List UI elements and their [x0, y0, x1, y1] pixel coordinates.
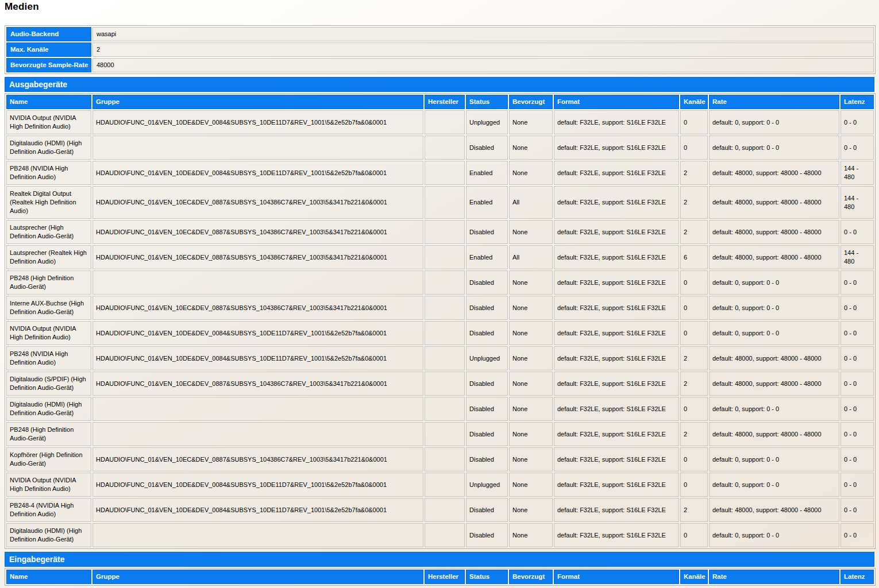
cell-rate: default: 48000, support: 48000 - 48000 [709, 422, 839, 446]
cell-gruppe [92, 270, 423, 295]
cell-kanaele: 0 [680, 397, 708, 421]
cell-hersteller [425, 245, 465, 269]
cell-latenz: 0 - 0 [841, 136, 874, 160]
cell-rate: default: 48000, support: 48000 - 48000 [709, 220, 839, 244]
cell-format: default: F32LE, support: S16LE F32LE [554, 136, 679, 160]
cell-gruppe: HDAUDIO\FUNC_01&VEN_10EC&DEV_0887&SUBSYS… [92, 447, 423, 471]
cell-kanaele: 0 [680, 110, 708, 134]
cell-format: default: F32LE, support: S16LE F32LE [554, 270, 679, 295]
media-diagnostics-page: Medien Audio-BackendwasapiMax. Kanäle2Be… [0, 0, 879, 586]
cell-kanaele: 0 [680, 447, 708, 471]
table-row: NVIDIA Output (NVIDIA High Definition Au… [6, 473, 874, 497]
cell-format: default: F32LE, support: S16LE F32LE [554, 110, 679, 134]
cell-name: Digitalaudio (HDMI) (High Definition Aud… [6, 397, 91, 421]
cell-hersteller [425, 186, 465, 219]
cell-kanaele: 2 [680, 220, 708, 244]
cell-name: PB248 (NVIDIA High Definition Audio) [6, 161, 91, 185]
cell-latenz: 0 - 0 [841, 220, 874, 244]
cell-name: PB248-4 (NVIDIA High Definition Audio) [6, 498, 91, 522]
cell-name: Digitalaudio (HDMI) (High Definition Aud… [6, 136, 91, 160]
input-table-header-row: NameGruppeHerstellerStatusBevorzugtForma… [6, 570, 874, 584]
cell-kanaele: 0 [680, 136, 708, 160]
column-header-gruppe: Gruppe [92, 570, 423, 584]
cell-bevorzugt: None [509, 110, 553, 134]
cell-latenz: 0 - 0 [841, 397, 874, 421]
cell-format: default: F32LE, support: S16LE F32LE [554, 161, 679, 185]
cell-hersteller [425, 110, 465, 134]
cell-gruppe [92, 422, 423, 446]
cell-name: NVIDIA Output (NVIDIA High Definition Au… [6, 110, 91, 134]
cell-format: default: F32LE, support: S16LE F32LE [554, 186, 679, 219]
cell-bevorzugt: None [509, 473, 553, 497]
table-row: Kopfhörer (High Definition Audio-Gerät)H… [6, 447, 874, 471]
cell-hersteller [425, 136, 465, 160]
info-label: Max. Kanäle [6, 42, 91, 57]
cell-name: Lautsprecher (Realtek High Definition Au… [6, 245, 91, 269]
cell-kanaele: 2 [680, 372, 708, 396]
cell-status: Disabled [466, 397, 508, 421]
column-header-hersteller: Hersteller [425, 95, 465, 109]
column-header-hersteller: Hersteller [425, 570, 465, 584]
cell-gruppe: HDAUDIO\FUNC_01&VEN_10DE&DEV_0084&SUBSYS… [92, 473, 423, 497]
cell-kanaele: 2 [680, 186, 708, 219]
cell-rate: default: 0, support: 0 - 0 [709, 110, 839, 134]
output-devices-section-header: Ausgabegeräte [5, 77, 874, 92]
cell-rate: default: 0, support: 0 - 0 [709, 447, 839, 471]
cell-gruppe: HDAUDIO\FUNC_01&VEN_10EC&DEV_0887&SUBSYS… [92, 296, 423, 320]
cell-name: NVIDIA Output (NVIDIA High Definition Au… [6, 321, 91, 345]
cell-hersteller [425, 397, 465, 421]
cell-kanaele: 0 [680, 473, 708, 497]
cell-name: Kopfhörer (High Definition Audio-Gerät) [6, 447, 91, 471]
table-row: PB248 (High Definition Audio-Gerät)Disab… [6, 270, 874, 295]
cell-status: Disabled [466, 296, 508, 320]
cell-kanaele: 2 [680, 498, 708, 522]
cell-name: Digitalaudio (HDMI) (High Definition Aud… [6, 523, 91, 547]
cell-latenz: 0 - 0 [841, 270, 874, 295]
cell-gruppe [92, 397, 423, 421]
cell-latenz: 0 - 0 [841, 447, 874, 471]
cell-latenz: 0 - 0 [841, 498, 874, 522]
column-header-bevorzugt: Bevorzugt [509, 95, 553, 109]
cell-hersteller [425, 270, 465, 295]
cell-status: Disabled [466, 270, 508, 295]
cell-rate: default: 0, support: 0 - 0 [709, 136, 839, 160]
cell-rate: default: 48000, support: 48000 - 48000 [709, 161, 839, 185]
cell-status: Disabled [466, 498, 508, 522]
cell-bevorzugt: None [509, 220, 553, 244]
column-header-gruppe: Gruppe [92, 95, 423, 109]
cell-format: default: F32LE, support: S16LE F32LE [554, 447, 679, 471]
cell-rate: default: 48000, support: 48000 - 48000 [709, 498, 839, 522]
column-header-latenz: Latenz [841, 570, 874, 584]
info-row: Max. Kanäle2 [6, 42, 874, 57]
cell-latenz: 144 - 480 [841, 186, 874, 219]
cell-name: Realtek Digital Output (Realtek High Def… [6, 186, 91, 219]
cell-name: PB248 (High Definition Audio-Gerät) [6, 270, 91, 295]
cell-format: default: F32LE, support: S16LE F32LE [554, 473, 679, 497]
input-devices-table: NameGruppeHerstellerStatusBevorzugtForma… [5, 568, 876, 586]
cell-hersteller [425, 498, 465, 522]
cell-hersteller [425, 473, 465, 497]
cell-hersteller [425, 161, 465, 185]
table-row: NVIDIA Output (NVIDIA High Definition Au… [6, 321, 874, 345]
cell-bevorzugt: None [509, 321, 553, 345]
cell-kanaele: 0 [680, 270, 708, 295]
cell-format: default: F32LE, support: S16LE F32LE [554, 523, 679, 547]
cell-status: Enabled [466, 245, 508, 269]
cell-bevorzugt: None [509, 523, 553, 547]
cell-status: Disabled [466, 321, 508, 345]
cell-latenz: 144 - 480 [841, 161, 874, 185]
cell-name: PB248 (High Definition Audio-Gerät) [6, 422, 91, 446]
cell-latenz: 144 - 480 [841, 245, 874, 269]
info-row: Bevorzugte Sample-Rate48000 [6, 58, 874, 72]
cell-gruppe [92, 136, 423, 160]
cell-name: Digitalaudio (S/PDIF) (High Definition A… [6, 372, 91, 396]
cell-bevorzugt: None [509, 296, 553, 320]
input-devices-section-header: Eingabegeräte [5, 552, 874, 567]
cell-gruppe: HDAUDIO\FUNC_01&VEN_10EC&DEV_0887&SUBSYS… [92, 372, 423, 396]
cell-latenz: 0 - 0 [841, 523, 874, 547]
cell-hersteller [425, 346, 465, 370]
table-row: PB248 (NVIDIA High Definition Audio)HDAU… [6, 161, 874, 185]
cell-kanaele: 0 [680, 296, 708, 320]
page-title: Medien [5, 1, 874, 13]
table-row: Digitalaudio (HDMI) (High Definition Aud… [6, 523, 874, 547]
